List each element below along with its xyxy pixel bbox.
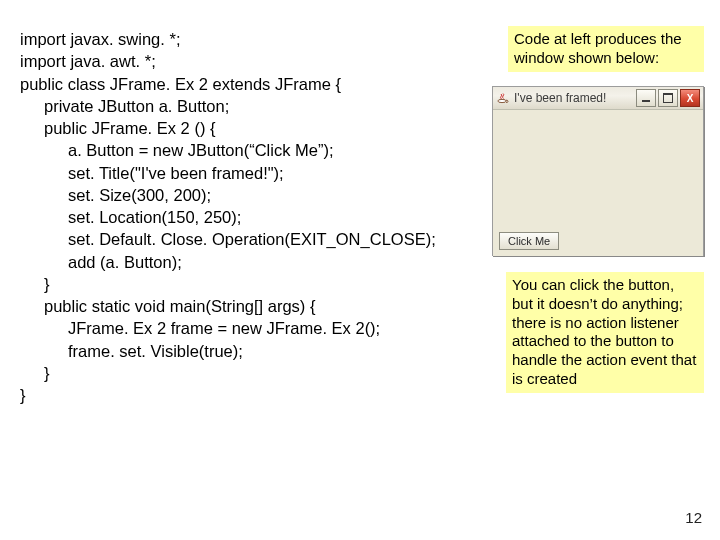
close-button[interactable]: X bbox=[680, 89, 700, 107]
example-window: I've been framed! X Click Me bbox=[492, 86, 704, 256]
java-icon bbox=[496, 91, 510, 105]
code-line: } bbox=[20, 362, 500, 384]
code-line: set. Size(300, 200); bbox=[20, 184, 500, 206]
code-line: add (a. Button); bbox=[20, 251, 500, 273]
code-line: import java. awt. *; bbox=[20, 50, 500, 72]
minimize-button[interactable] bbox=[636, 89, 656, 107]
caption-bottom: You can click the button, but it doesn’t… bbox=[506, 272, 704, 393]
code-line: set. Location(150, 250); bbox=[20, 206, 500, 228]
code-line: set. Title("I've been framed!"); bbox=[20, 162, 500, 184]
code-line: public static void main(String[] args) { bbox=[20, 295, 500, 317]
titlebar: I've been framed! X bbox=[493, 87, 703, 110]
page-number: 12 bbox=[685, 509, 702, 526]
code-line: frame. set. Visible(true); bbox=[20, 340, 500, 362]
code-line: import javax. swing. *; bbox=[20, 28, 500, 50]
code-line: } bbox=[20, 273, 500, 295]
caption-top: Code at left produces the window shown b… bbox=[508, 26, 704, 72]
maximize-icon bbox=[663, 93, 673, 103]
code-line: public JFrame. Ex 2 () { bbox=[20, 117, 500, 139]
close-icon: X bbox=[687, 93, 694, 104]
slide: import javax. swing. *; import java. awt… bbox=[0, 0, 720, 540]
code-listing: import javax. swing. *; import java. awt… bbox=[20, 28, 500, 407]
maximize-button[interactable] bbox=[658, 89, 678, 107]
click-me-button[interactable]: Click Me bbox=[499, 232, 559, 250]
code-line: a. Button = new JButton(“Click Me”); bbox=[20, 139, 500, 161]
code-line: private JButton a. Button; bbox=[20, 95, 500, 117]
minimize-icon bbox=[642, 100, 650, 102]
code-line: } bbox=[20, 384, 500, 406]
window-body: Click Me bbox=[493, 110, 703, 256]
code-line: JFrame. Ex 2 frame = new JFrame. Ex 2(); bbox=[20, 317, 500, 339]
window-title: I've been framed! bbox=[514, 91, 634, 105]
code-line: public class JFrame. Ex 2 extends JFrame… bbox=[20, 73, 500, 95]
code-line: set. Default. Close. Operation(EXIT_ON_C… bbox=[20, 228, 500, 250]
svg-point-0 bbox=[498, 99, 506, 102]
